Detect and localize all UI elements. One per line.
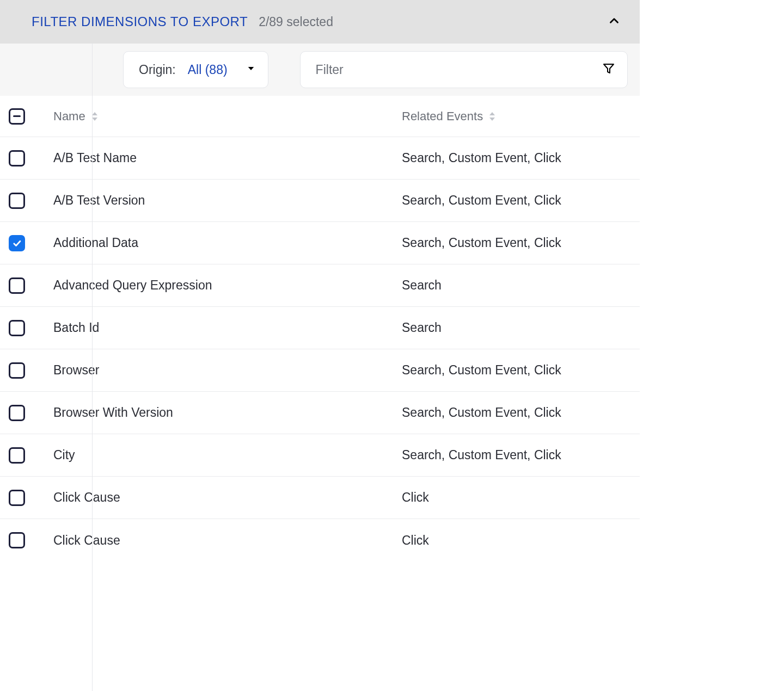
table-row[interactable]: Click CauseClick bbox=[0, 477, 640, 519]
row-events: Search, Custom Event, Click bbox=[402, 405, 561, 420]
row-events: Search, Custom Event, Click bbox=[402, 151, 561, 165]
table-row[interactable]: Click CauseClick bbox=[0, 519, 640, 562]
row-events: Search, Custom Event, Click bbox=[402, 193, 561, 208]
sort-icon bbox=[488, 112, 496, 121]
row-events: Search bbox=[402, 320, 442, 335]
column-header-name[interactable]: Name bbox=[53, 109, 402, 124]
table-row[interactable]: BrowserSearch, Custom Event, Click bbox=[0, 349, 640, 392]
funnel-icon[interactable] bbox=[602, 62, 615, 77]
row-events: Search, Custom Event, Click bbox=[402, 448, 561, 462]
filter-input[interactable] bbox=[316, 63, 602, 77]
column-header-events[interactable]: Related Events bbox=[402, 109, 631, 124]
table-row[interactable]: Batch IdSearch bbox=[0, 307, 640, 349]
row-events: Search, Custom Event, Click bbox=[402, 236, 561, 250]
row-events: Search, Custom Event, Click bbox=[402, 363, 561, 378]
origin-label: Origin: bbox=[139, 63, 176, 77]
table-row[interactable]: CitySearch, Custom Event, Click bbox=[0, 434, 640, 477]
filter-bar: Origin: All (88) bbox=[0, 44, 640, 96]
table-body: A/B Test NameSearch, Custom Event, Click… bbox=[0, 137, 640, 562]
row-events: Click bbox=[402, 533, 429, 548]
table-row[interactable]: A/B Test VersionSearch, Custom Event, Cl… bbox=[0, 180, 640, 222]
row-events: Click bbox=[402, 490, 429, 505]
panel-header[interactable]: FILTER DIMENSIONS TO EXPORT 2/89 selecte… bbox=[0, 0, 640, 44]
row-events: Search bbox=[402, 278, 442, 293]
column-label: Related Events bbox=[402, 109, 483, 124]
table-row[interactable]: Additional DataSearch, Custom Event, Cli… bbox=[0, 222, 640, 264]
panel-title: FILTER DIMENSIONS TO EXPORT bbox=[32, 14, 248, 29]
svg-marker-0 bbox=[604, 64, 614, 73]
table-row[interactable]: Browser With VersionSearch, Custom Event… bbox=[0, 392, 640, 434]
table-row[interactable]: Advanced Query ExpressionSearch bbox=[0, 264, 640, 307]
origin-value: All (88) bbox=[188, 63, 228, 77]
table-header: Name Related Events bbox=[0, 96, 640, 137]
table-row[interactable]: A/B Test NameSearch, Custom Event, Click bbox=[0, 137, 640, 180]
caret-down-icon bbox=[246, 64, 256, 76]
selected-count: 2/89 selected bbox=[259, 15, 333, 29]
chevron-up-icon[interactable] bbox=[607, 14, 621, 30]
origin-dropdown[interactable]: Origin: All (88) bbox=[123, 51, 268, 88]
filter-input-container bbox=[300, 51, 628, 88]
left-margin-divider bbox=[0, 44, 93, 562]
